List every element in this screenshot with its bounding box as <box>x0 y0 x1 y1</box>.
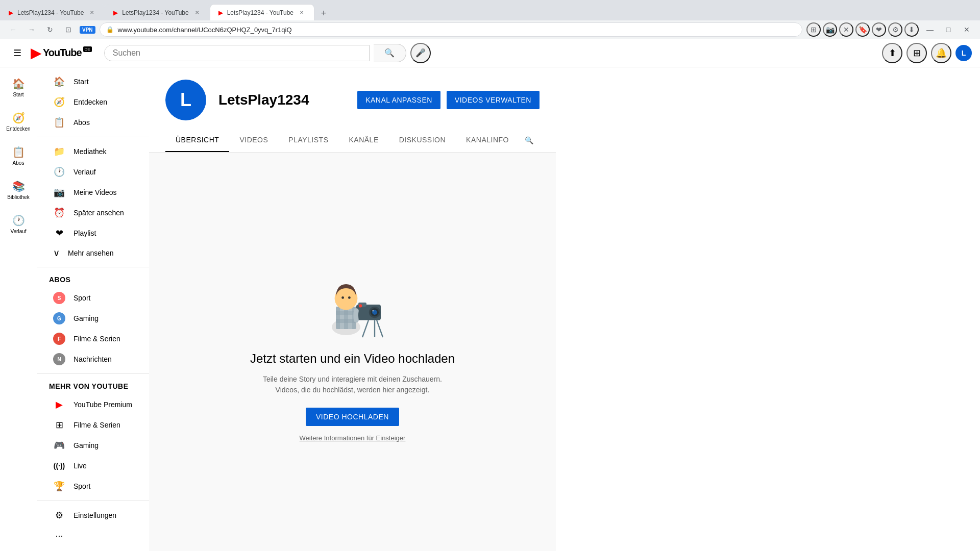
videos-verwalten-button[interactable]: VIDEOS VERWALTEN <box>447 91 540 109</box>
sidebar-item-gaming2[interactable]: 🎮 Gaming <box>41 435 145 456</box>
explore-icon: 🧭 <box>12 112 25 124</box>
sidebar-item-abos[interactable]: 📋 Abos <box>41 112 145 133</box>
header-actions: ⬆ ⊞ 🔔 L <box>882 43 972 63</box>
browser-tab-2[interactable]: ▶ LetsPlay1234 - YouTube ✕ <box>105 4 209 20</box>
svg-rect-5 <box>336 311 356 315</box>
chevron-down-icon: ∨ <box>53 247 60 259</box>
tab-close-3[interactable]: ✕ <box>298 9 306 17</box>
history-icon-mini: 🕐 <box>12 214 25 227</box>
sidebar-item-filme-serien2[interactable]: ⊞ Filme & Serien <box>41 415 145 435</box>
home-button[interactable]: ⊡ <box>61 22 76 37</box>
main-area: 🏠 Start 🧭 Entdecken 📋 Abos 📚 Bibliothek … <box>0 67 556 551</box>
minimize-button[interactable]: — <box>923 22 937 37</box>
mehr-ansehen-button[interactable]: ∨ Mehr ansehen <box>41 243 145 263</box>
sidebar-mini-item-subscriptions[interactable]: 📋 Abos <box>0 140 37 172</box>
tab-title-2: LetsPlay1234 - YouTube <box>122 9 188 16</box>
tab-videos[interactable]: VIDEOS <box>229 129 278 152</box>
address-bar[interactable]: 🔒 www.youtube.com/channel/UCocN6zQPHQZ_0… <box>100 22 802 37</box>
close-window-button[interactable]: ✕ <box>960 22 974 37</box>
kanal-anpassen-button[interactable]: KANAL ANPASSEN <box>357 91 440 109</box>
extension-btn-7[interactable]: ⬇ <box>904 22 919 37</box>
sidebar-item-spaeter[interactable]: ⏰ Später ansehen <box>41 203 145 223</box>
video-hochladen-button[interactable]: VIDEO HOCHLADEN <box>306 408 399 426</box>
apps-button[interactable]: ⊞ <box>906 43 927 63</box>
upload-button[interactable]: ⬆ <box>882 43 902 63</box>
sidebar-item-filme-serien[interactable]: F Filme & Serien <box>41 329 145 349</box>
sidebar-item-more-options[interactable]: ··· <box>41 525 145 546</box>
extension-btn-2[interactable]: 📷 <box>823 22 837 37</box>
extension-btn-4[interactable]: 🔖 <box>855 22 870 37</box>
sidebar-mini-item-explore[interactable]: 🧭 Entdecken <box>0 106 37 138</box>
tab-kanaele[interactable]: KANÄLE <box>338 129 388 152</box>
search-input[interactable] <box>105 45 369 61</box>
sidebar-label-start: Start <box>74 78 89 86</box>
sidebar-label-mediathek: Mediathek <box>74 147 107 156</box>
sidebar-item-live[interactable]: ((·)) Live <box>41 456 145 476</box>
search-area: 🔍 🎤 <box>104 43 431 63</box>
sidebar-item-gaming[interactable]: G Gaming <box>41 308 145 329</box>
sidebar-item-sport2[interactable]: 🏆 Sport <box>41 476 145 496</box>
sidebar-item-mediathek[interactable]: 📁 Mediathek <box>41 141 145 162</box>
hamburger-menu-button[interactable]: ☰ <box>8 44 27 62</box>
sidebar-label-gaming: Gaming <box>74 314 99 322</box>
maximize-button[interactable]: □ <box>941 22 955 37</box>
sidebar-mini: 🏠 Start 🧭 Entdecken 📋 Abos 📚 Bibliothek … <box>0 67 37 551</box>
extension-btn-3[interactable]: ✕ <box>839 22 853 37</box>
abos-section-title: ABOS <box>37 271 149 288</box>
empty-state-illustration <box>311 262 393 343</box>
extension-btn-1[interactable]: ⊞ <box>806 22 821 37</box>
channel-name: LetsPlay1234 <box>218 92 309 108</box>
sidebar-mini-item-home[interactable]: 🏠 Start <box>0 71 37 104</box>
beginner-info-link[interactable]: Weitere Informationen für Einsteiger <box>300 434 406 442</box>
sidebar-item-start[interactable]: 🏠 Start <box>41 71 145 92</box>
channel-tabs: ÜBERSICHT VIDEOS PLAYLISTS KANÄLE DISKUS… <box>165 129 540 152</box>
more-options-icon: ··· <box>53 530 65 542</box>
sidebar-label-spaeter: Später ansehen <box>74 209 124 217</box>
forward-button[interactable]: → <box>24 22 39 37</box>
extension-btn-6[interactable]: ⚙ <box>888 22 902 37</box>
channel-tab-search-button[interactable]: 🔍 <box>519 130 540 151</box>
tab-title-1: LetsPlay1234 - YouTube <box>17 9 84 16</box>
sidebar-item-sport[interactable]: S Sport <box>41 288 145 308</box>
mediathek-icon: 📁 <box>53 145 65 158</box>
tab-close-2[interactable]: ✕ <box>193 9 201 17</box>
extension-btn-5[interactable]: ❤ <box>872 22 886 37</box>
tab-close-1[interactable]: ✕ <box>88 9 96 17</box>
mic-button[interactable]: 🎤 <box>410 43 431 63</box>
sidebar-item-meine-videos[interactable]: 📷 Meine Videos <box>41 182 145 203</box>
apps-icon: ⊞ <box>913 47 921 59</box>
browser-toolbar: ← → ↻ ⊡ VPN 🔒 www.youtube.com/channel/UC… <box>0 20 980 39</box>
sport-avatar: S <box>53 292 65 304</box>
refresh-button[interactable]: ↻ <box>43 22 57 37</box>
tab-kanalinfo[interactable]: KANALINFO <box>456 129 519 152</box>
search-button[interactable]: 🔍 <box>374 44 406 62</box>
channel-avatar: L <box>165 80 206 120</box>
sidebar-item-youtube-premium[interactable]: ▶ YouTube Premium <box>41 394 145 415</box>
user-avatar[interactable]: L <box>955 45 972 61</box>
sidebar-item-verlauf[interactable]: 🕐 Verlauf <box>41 162 145 182</box>
verlauf-icon: 🕐 <box>53 166 65 178</box>
tab-uebersicht[interactable]: ÜBERSICHT <box>165 129 229 152</box>
channel-header: L LetsPlay1234 KANAL ANPASSEN VIDEOS VER… <box>149 67 556 153</box>
live-icon: ((·)) <box>53 460 65 472</box>
browser-tab-1[interactable]: ▶ LetsPlay1234 - YouTube ✕ <box>0 4 105 20</box>
tab-playlists[interactable]: PLAYLISTS <box>278 129 338 152</box>
filme-serien-avatar: F <box>53 333 65 345</box>
sidebar-item-entdecken[interactable]: 🧭 Entdecken <box>41 92 145 112</box>
sidebar-mini-item-history[interactable]: 🕐 Verlauf <box>0 208 37 240</box>
sidebar-label-sport2: Sport <box>74 482 90 490</box>
sidebar-item-playlist[interactable]: ❤ Playlist <box>41 223 145 243</box>
sidebar-mini-label-explore: Entdecken <box>6 126 30 132</box>
back-button[interactable]: ← <box>6 22 20 37</box>
sidebar-item-nachrichten[interactable]: N Nachrichten <box>41 349 145 369</box>
vpn-badge: VPN <box>80 26 95 34</box>
tab-diskussion[interactable]: DISKUSSION <box>389 129 456 152</box>
browser-tab-3[interactable]: ▶ LetsPlay1234 - YouTube ✕ <box>210 4 314 20</box>
sidebar-mini-item-library[interactable]: 📚 Bibliothek <box>0 174 37 206</box>
new-tab-button[interactable]: + <box>316 6 331 20</box>
sidebar-item-settings[interactable]: ⚙ Einstellungen <box>41 505 145 525</box>
notifications-button[interactable]: 🔔 <box>931 43 951 63</box>
youtube-logo[interactable]: ▶ YouTube DE <box>31 44 92 61</box>
library-icon: 📚 <box>12 180 25 192</box>
svg-line-18 <box>377 320 383 337</box>
